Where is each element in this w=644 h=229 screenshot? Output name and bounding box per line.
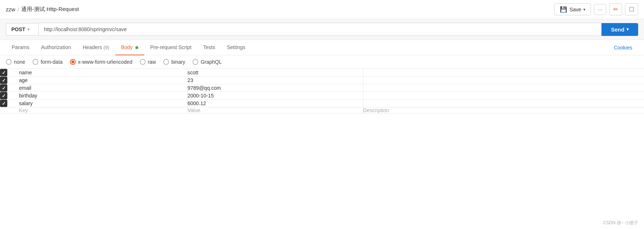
watermark: CSDN @~ 小团子 xyxy=(603,220,638,226)
placeholder-key[interactable]: Key xyxy=(19,107,187,114)
check-icon: ✓ xyxy=(2,101,6,106)
body-type-label: none xyxy=(14,59,25,65)
breadcrumb: zzw / 通用-测试 Http-Request xyxy=(6,6,79,13)
check-icon: ✓ xyxy=(2,78,6,83)
body-type-none[interactable]: none xyxy=(6,59,25,65)
body-type-label: raw xyxy=(148,59,156,65)
row-checkbox-cell: ✓ xyxy=(0,92,19,100)
row-checkbox-cell: ✓ xyxy=(0,100,19,107)
table-row: ✓ name scott xyxy=(0,69,644,77)
body-type-raw[interactable]: raw xyxy=(140,59,156,65)
body-type-label: x-www-form-urlencoded xyxy=(78,59,132,65)
comment-button[interactable]: ☐ xyxy=(625,3,638,15)
row-checkbox[interactable]: ✓ xyxy=(0,100,7,107)
desc-cell xyxy=(363,77,644,84)
check-icon: ✓ xyxy=(2,93,6,99)
radio-circle-raw xyxy=(140,59,146,65)
top-bar: zzw / 通用-测试 Http-Request 💾 Save ▾ ··· ✏ … xyxy=(0,0,644,19)
value-cell[interactable]: 23 xyxy=(187,77,363,84)
tab-params[interactable]: Params xyxy=(6,40,35,55)
key-cell[interactable]: email xyxy=(19,84,187,92)
placeholder-row: Key Value Description xyxy=(0,107,644,114)
tabs-list: ParamsAuthorizationHeaders (9)Body Pre-r… xyxy=(6,40,251,55)
send-label: Send xyxy=(611,26,625,33)
tab-authorization[interactable]: Authorization xyxy=(35,40,77,55)
body-type-x-www-form-urlencoded[interactable]: x-www-form-urlencoded xyxy=(70,59,132,65)
row-checkbox[interactable]: ✓ xyxy=(0,77,7,84)
radio-circle-x-www-form-urlencoded xyxy=(70,59,76,65)
value-cell[interactable]: 9789@qq.com xyxy=(187,84,363,92)
tab-headers[interactable]: Headers (9) xyxy=(77,40,115,55)
radio-circle-none xyxy=(6,59,12,65)
save-icon: 💾 xyxy=(560,6,567,13)
row-checkbox[interactable]: ✓ xyxy=(0,84,7,92)
row-checkbox-cell: ✓ xyxy=(0,69,19,77)
desc-cell xyxy=(363,69,644,77)
save-chevron-icon: ▾ xyxy=(583,7,585,12)
desc-cell xyxy=(363,100,644,107)
body-type-label: binary xyxy=(171,59,185,65)
radio-circle-form-data xyxy=(33,59,38,65)
method-label: POST xyxy=(11,26,25,32)
table-row: ✓ salary 6000.12 xyxy=(0,100,644,107)
radio-circle-binary xyxy=(163,59,169,65)
row-checkbox[interactable]: ✓ xyxy=(0,69,7,76)
key-cell[interactable]: age xyxy=(19,77,187,84)
params-table: ✓ name scott ✓ age 23 ✓ email 9789@qq.co xyxy=(0,69,644,114)
method-select[interactable]: POST ▾ xyxy=(6,23,39,36)
save-button[interactable]: 💾 Save ▾ xyxy=(554,3,591,15)
body-type-binary[interactable]: binary xyxy=(163,59,185,65)
body-type-label: form-data xyxy=(41,59,63,65)
send-button[interactable]: Send ▾ xyxy=(602,23,638,36)
value-cell[interactable]: 6000.12 xyxy=(187,100,363,107)
check-icon: ✓ xyxy=(2,85,6,91)
placeholder-value[interactable]: Value xyxy=(187,107,363,114)
url-input[interactable] xyxy=(39,23,602,36)
top-bar-actions: 💾 Save ▾ ··· ✏ ☐ xyxy=(554,3,638,15)
value-cell[interactable]: scott xyxy=(187,69,363,77)
send-chevron-icon: ▾ xyxy=(626,27,629,32)
tab-settings[interactable]: Settings xyxy=(221,40,251,55)
breadcrumb-root: zzw xyxy=(6,6,15,12)
breadcrumb-separator: / xyxy=(18,6,19,12)
row-checkbox-cell: ✓ xyxy=(0,84,19,92)
key-cell[interactable]: name xyxy=(19,69,187,77)
body-type-graphql[interactable]: GraphQL xyxy=(192,59,222,65)
tab-pre-request-script[interactable]: Pre-request Script xyxy=(144,40,197,55)
body-type-form-data[interactable]: form-data xyxy=(33,59,63,65)
body-type-label: GraphQL xyxy=(201,59,222,65)
url-bar: POST ▾ Send ▾ xyxy=(0,19,644,40)
save-label: Save xyxy=(569,7,581,12)
page-title: 通用-测试 Http-Request xyxy=(21,6,79,13)
desc-cell xyxy=(363,84,644,92)
edit-button[interactable]: ✏ xyxy=(609,3,622,15)
tab-tests[interactable]: Tests xyxy=(197,40,221,55)
tabs-bar: ParamsAuthorizationHeaders (9)Body Pre-r… xyxy=(0,40,644,55)
radio-circle-graphql xyxy=(192,59,198,65)
more-button[interactable]: ··· xyxy=(594,4,606,15)
key-cell[interactable]: birthday xyxy=(19,92,187,100)
desc-cell xyxy=(363,92,644,100)
cookies-link[interactable]: Cookies xyxy=(608,40,638,55)
tab-body[interactable]: Body xyxy=(115,40,145,55)
check-icon: ✓ xyxy=(2,70,6,75)
method-chevron-icon: ▾ xyxy=(27,27,30,32)
value-cell[interactable]: 2000-10-15 xyxy=(187,92,363,100)
row-checkbox-cell: ✓ xyxy=(0,77,19,84)
body-type-bar: noneform-datax-www-form-urlencodedrawbin… xyxy=(0,55,644,69)
params-table-wrapper: ✓ name scott ✓ age 23 ✓ email 9789@qq.co xyxy=(0,69,644,114)
placeholder-checkbox-cell xyxy=(0,107,19,114)
key-cell[interactable]: salary xyxy=(19,100,187,107)
table-row: ✓ birthday 2000-10-15 xyxy=(0,92,644,100)
placeholder-desc: Description xyxy=(363,107,644,114)
table-row: ✓ email 9789@qq.com xyxy=(0,84,644,92)
body-dot-indicator xyxy=(135,46,138,49)
table-row: ✓ age 23 xyxy=(0,77,644,84)
row-checkbox[interactable]: ✓ xyxy=(0,92,7,99)
